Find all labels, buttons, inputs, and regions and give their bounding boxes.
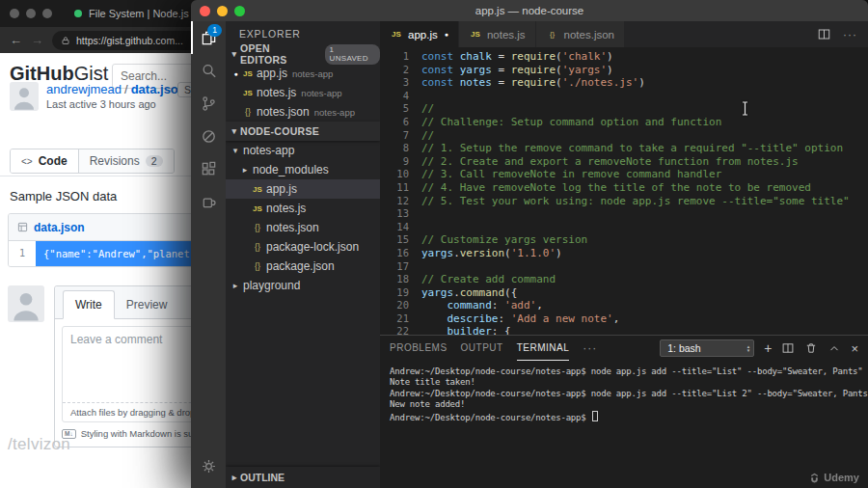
window-title: app.js — node-course (191, 5, 868, 16)
code-text: // 4. Have removeNote log the title of t… (421, 181, 811, 195)
code-text: // 2. Create and export a removeNote fun… (421, 155, 799, 169)
watermark-telvizon: /telvizon (8, 435, 70, 454)
open-editors-label: OPEN EDITORS (240, 42, 320, 66)
close-panel-icon[interactable]: × (851, 342, 858, 355)
line-number: 16 (380, 247, 421, 260)
editor-code: 1const chalk = require('chalk')2const ya… (380, 50, 868, 335)
debug-icon[interactable] (191, 120, 226, 152)
open-editor-item[interactable]: ●JSapp.jsnotes-app (226, 64, 380, 83)
code-text: // (421, 102, 434, 116)
code-token: = (492, 64, 511, 76)
json-file-icon: {} (546, 30, 559, 39)
new-terminal-icon[interactable]: + (764, 341, 772, 355)
tree-file[interactable]: JSnotes.js (226, 199, 380, 218)
tab-output[interactable]: OUTPUT (461, 336, 503, 361)
trash-icon[interactable] (804, 341, 818, 355)
code-line: 8// 1. Setup the remove command to take … (380, 142, 868, 155)
code-line: 13 (380, 207, 868, 221)
chevron-down-icon: ▾ (229, 49, 240, 59)
code-text: // Customize yargs version (421, 233, 587, 247)
extensions-icon[interactable] (191, 152, 226, 185)
code-token: // (421, 102, 434, 115)
open-editors-header[interactable]: ▾ OPEN EDITORS 1 UNSAVED (226, 44, 380, 64)
logo-github: GitHub (10, 63, 74, 84)
mug-icon[interactable] (191, 185, 226, 218)
settings-gear-icon[interactable] (191, 449, 226, 482)
editor-column: JSapp.js●JSnotes.js{}notes.json ··· 1con… (380, 21, 868, 488)
editor-tab[interactable]: {}notes.json (536, 21, 625, 47)
tab-code[interactable]: <> Code (11, 149, 79, 173)
terminal-body[interactable]: Andrew:~/Desktop/node-course/notes-app$ … (380, 361, 868, 488)
tab-terminal[interactable]: TERMINAL (517, 336, 570, 361)
split-terminal-icon[interactable] (781, 341, 795, 355)
terminal-line: New note added! (390, 399, 868, 410)
forward-button[interactable]: → (31, 34, 43, 46)
user-link[interactable]: andrewjmead (46, 82, 122, 96)
source-control-icon[interactable] (191, 87, 226, 120)
project-header[interactable]: ▾ NODE-COURSE (226, 122, 380, 141)
code-token (421, 299, 448, 312)
explorer-icon[interactable]: 1 (191, 21, 226, 54)
code-token: = (492, 76, 511, 89)
tree-file[interactable]: {}notes.json (226, 218, 380, 237)
split-editor-icon[interactable] (817, 27, 831, 41)
terminal-shell-select[interactable]: 1: bash ▴▾ (660, 339, 754, 357)
code-editor[interactable]: 1const chalk = require('chalk')2const ya… (380, 47, 868, 335)
file-detail: notes-app (314, 107, 355, 118)
code-text: const yargs = require('yargs') (421, 64, 613, 77)
modified-dot: ● (231, 70, 241, 77)
back-button[interactable]: ← (10, 34, 22, 46)
gist-file-name-link[interactable]: data.json (34, 221, 85, 234)
js-file-icon: JS (251, 204, 264, 213)
file-name: notes.js (257, 86, 296, 99)
select-arrows-icon: ▴▾ (747, 344, 750, 353)
tab-revisions[interactable]: Revisions 2 (79, 149, 174, 173)
tab-revisions-label: Revisions (90, 154, 140, 168)
tree-folder[interactable]: ▾notes-app (226, 141, 380, 160)
code-token: command (460, 286, 504, 299)
editor-tab[interactable]: JSapp.js● (380, 21, 459, 47)
open-editor-item[interactable]: JSnotes.jsnotes-app (226, 83, 380, 102)
more-actions-icon[interactable]: ··· (843, 28, 857, 41)
code-token: ) (607, 50, 613, 63)
open-editors-list: ●JSapp.jsnotes-appJSnotes.jsnotes-app{}n… (226, 64, 380, 122)
tree-folder[interactable]: ▸node_modules (226, 160, 380, 179)
file-name: package.json (266, 259, 335, 273)
code-token: // 1. Setup the remove command to take a… (421, 142, 843, 154)
code-text: // Challenge: Setup command option and f… (421, 116, 721, 129)
zoom-button[interactable] (42, 9, 52, 18)
tree-file[interactable]: {}package.json (226, 257, 380, 276)
code-token: . (453, 247, 460, 259)
tab-write[interactable]: Write (63, 290, 115, 319)
search-icon[interactable] (191, 54, 226, 87)
code-text: const notes = require('./notes.js') (421, 76, 645, 90)
tree-file[interactable]: {}package-lock.json (226, 237, 380, 257)
tree-folder[interactable]: ▸playground (226, 276, 380, 295)
file-name: notes-app (243, 144, 294, 157)
code-token: yargs (460, 64, 492, 76)
chevron-right-icon: ▸ (229, 473, 240, 482)
code-text: // (421, 129, 434, 143)
js-file-icon: JS (241, 69, 255, 78)
tab-preview[interactable]: Preview (115, 291, 179, 318)
tab-strip: JSapp.js●JSnotes.js{}notes.json ··· (380, 21, 868, 47)
close-button[interactable] (10, 9, 19, 18)
editor-tab[interactable]: JSnotes.js (459, 21, 536, 47)
tab-problems[interactable]: PROBLEMS (390, 336, 448, 361)
outline-header[interactable]: ▸ OUTLINE (226, 467, 380, 488)
open-editor-item[interactable]: {}notes.jsonnotes-app (226, 102, 380, 122)
line-number: 19 (380, 286, 421, 300)
outline-label: OUTLINE (240, 472, 285, 483)
avatar[interactable] (10, 82, 39, 111)
code-text: yargs.command({ (421, 286, 517, 300)
code-line: 2const yargs = require('yargs') (380, 64, 868, 77)
tree-file[interactable]: JSapp.js (226, 179, 380, 199)
code-line: 20 command: 'add', (380, 299, 868, 312)
json-file-icon: {} (241, 107, 255, 117)
minimize-button[interactable] (26, 9, 36, 18)
bottom-panel: PROBLEMS OUTPUT TERMINAL ··· 1: bash ▴▾ … (380, 335, 868, 488)
code-text: describe: 'Add a new note', (421, 312, 619, 326)
panel-more-icon[interactable]: ··· (583, 341, 597, 355)
maximize-panel-icon[interactable] (827, 341, 841, 355)
code-text: // 3. Call removeNote in remove command … (421, 168, 721, 181)
